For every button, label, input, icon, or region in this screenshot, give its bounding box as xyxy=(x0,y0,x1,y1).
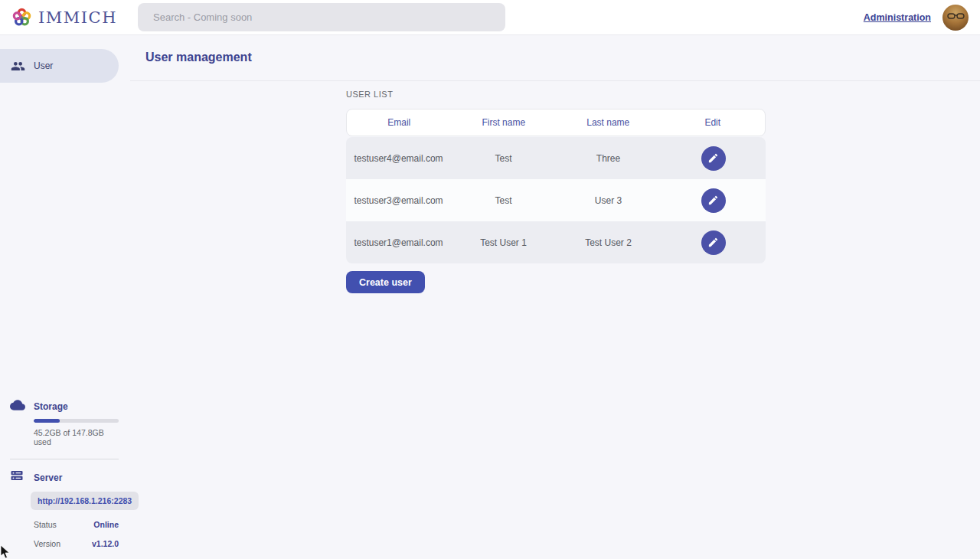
table-row: testuser3@email.com Test User 3 xyxy=(346,179,766,221)
immich-logo-icon xyxy=(11,7,32,28)
main-content: User management USER LIST Email First na… xyxy=(130,35,980,559)
cell-first-name: Test xyxy=(451,153,556,164)
table-body: testuser4@email.com Test Three testuser3… xyxy=(346,137,766,263)
top-bar: IMMICH Administration xyxy=(0,0,980,35)
server-icon xyxy=(10,469,24,482)
mouse-cursor xyxy=(0,545,11,559)
column-header-first-name: First name xyxy=(452,117,557,128)
storage-progress-bar xyxy=(34,419,119,423)
table-header-row: Email First name Last name Edit xyxy=(346,109,766,136)
page-title-bar: User management xyxy=(130,35,980,81)
server-version-row: Version v1.12.0 xyxy=(34,539,119,548)
table-row: testuser1@email.com Test User 1 Test Use… xyxy=(346,221,766,263)
users-icon xyxy=(11,59,25,74)
sidebar-item-user[interactable]: User xyxy=(0,49,119,83)
edit-user-button[interactable] xyxy=(701,230,726,255)
server-section: Server xyxy=(0,470,119,484)
column-header-edit: Edit xyxy=(661,117,766,128)
user-list-zone: USER LIST Email First name Last name Edi… xyxy=(346,90,766,293)
cell-last-name: User 3 xyxy=(556,195,661,206)
cloud-icon xyxy=(10,397,25,413)
version-value: v1.12.0 xyxy=(92,539,119,548)
cell-last-name: Three xyxy=(556,153,661,164)
column-header-email: Email xyxy=(347,117,452,128)
cell-email: testuser4@email.com xyxy=(346,153,451,164)
storage-progress-fill xyxy=(34,419,60,423)
cell-first-name: Test xyxy=(451,195,556,206)
sidebar-item-label: User xyxy=(34,60,53,71)
page-title: User management xyxy=(145,51,252,64)
pencil-icon xyxy=(707,152,719,164)
sidebar-footer: Storage 45.2GB of 147.8GB used xyxy=(0,399,119,548)
administration-link[interactable]: Administration xyxy=(864,12,931,23)
pencil-icon xyxy=(707,195,719,206)
column-header-last-name: Last name xyxy=(556,117,661,128)
edit-user-button[interactable] xyxy=(701,188,726,213)
storage-usage-text: 45.2GB of 147.8GB used xyxy=(34,428,119,446)
cell-email: testuser3@email.com xyxy=(346,195,451,206)
server-title: Server xyxy=(34,472,62,483)
table-row: testuser4@email.com Test Three xyxy=(346,137,766,179)
edit-user-button[interactable] xyxy=(701,146,726,171)
sidebar-divider xyxy=(10,459,119,459)
sidebar: User Storage 45.2GB of 147.8GB used xyxy=(0,35,130,559)
cell-first-name: Test User 1 xyxy=(451,237,556,248)
search-input[interactable] xyxy=(138,3,505,31)
pencil-icon xyxy=(707,237,719,248)
server-status-row: Status Online xyxy=(34,520,119,529)
cell-last-name: Test User 2 xyxy=(556,237,661,248)
version-label: Version xyxy=(34,539,60,548)
cell-email: testuser1@email.com xyxy=(346,237,451,248)
server-url: http://192.168.1.216:2283 xyxy=(31,492,139,510)
status-label: Status xyxy=(34,520,57,529)
app-title: IMMICH xyxy=(38,8,117,27)
user-list-label: USER LIST xyxy=(346,90,766,99)
app-brand[interactable]: IMMICH xyxy=(0,7,117,28)
storage-section: Storage xyxy=(0,399,119,413)
create-user-button[interactable]: Create user xyxy=(346,271,425,293)
storage-title: Storage xyxy=(34,401,68,412)
status-value: Online xyxy=(93,520,119,529)
user-avatar[interactable] xyxy=(942,5,969,31)
